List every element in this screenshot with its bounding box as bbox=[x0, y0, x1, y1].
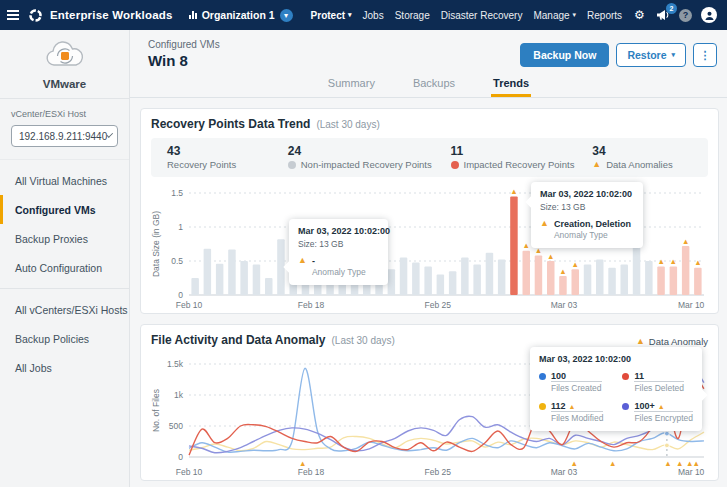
tooltip-files-modified: 112▲ Files Modified bbox=[539, 401, 608, 423]
nav-item-reports[interactable]: Reports bbox=[587, 10, 622, 21]
svg-text:▲: ▲ bbox=[694, 258, 701, 267]
card-title: File Activity and Data Anomaly bbox=[151, 333, 326, 347]
warning-triangle-icon: ▲ bbox=[592, 160, 601, 169]
svg-text:▲: ▲ bbox=[609, 459, 616, 468]
svg-text:▲: ▲ bbox=[670, 257, 677, 266]
breadcrumb[interactable]: Configured VMs bbox=[148, 39, 220, 50]
platform-card: VMware bbox=[0, 30, 129, 99]
svg-text:0: 0 bbox=[178, 452, 183, 462]
tab-backups[interactable]: Backups bbox=[411, 71, 457, 97]
svg-text:▲: ▲ bbox=[570, 459, 577, 468]
svg-text:0: 0 bbox=[178, 290, 183, 300]
chevron-down-icon[interactable]: ▾ bbox=[280, 9, 293, 22]
warning-triangle-icon: ▲ bbox=[540, 219, 549, 228]
svg-text:▲: ▲ bbox=[299, 459, 306, 468]
top-navbar: Enterprise Workloads Organization 1 ▾ Pr… bbox=[0, 0, 727, 30]
chevron-down-icon: ▾ bbox=[573, 11, 577, 19]
recovery-points-card: Recovery Points Data Trend (Last 30 days… bbox=[140, 108, 719, 314]
warning-triangle-icon: ▲ bbox=[298, 256, 307, 265]
nav-item-protect[interactable]: Protect▾ bbox=[311, 10, 352, 21]
nav-item-jobs[interactable]: Jobs bbox=[363, 10, 384, 21]
svg-text:Feb 18: Feb 18 bbox=[298, 300, 325, 310]
card-subtitle: (Last 30 days) bbox=[316, 119, 379, 130]
tab-summary[interactable]: Summary bbox=[326, 71, 377, 97]
main-content: Configured VMs Win 8 Backup Now Restore▾… bbox=[130, 30, 727, 487]
sidebar-item-all-vcenters-esxi-hosts[interactable]: All vCenters/ESXi Hosts bbox=[0, 295, 129, 324]
restore-button[interactable]: Restore▾ bbox=[616, 43, 686, 67]
stat-non-impacted: 24 Non-impacted Recovery Points bbox=[288, 144, 451, 170]
help-icon[interactable]: ? bbox=[679, 9, 692, 22]
sidebar-divider bbox=[0, 288, 129, 289]
warning-triangle-icon: ▲ bbox=[636, 337, 645, 346]
red-dot-icon bbox=[622, 373, 629, 380]
app-title: Enterprise Workloads bbox=[50, 9, 173, 21]
svg-text:▲: ▲ bbox=[676, 459, 683, 468]
nav-item-disaster-recovery[interactable]: Disaster Recovery bbox=[441, 10, 523, 21]
warning-triangle-icon: ▲ bbox=[658, 403, 665, 410]
sidebar-item-backup-policies[interactable]: Backup Policies bbox=[0, 324, 129, 353]
svg-text:▲: ▲ bbox=[693, 459, 700, 468]
nav-item-manage[interactable]: Manage▾ bbox=[533, 10, 576, 21]
sidebar-item-configured-vms[interactable]: Configured VMs bbox=[0, 195, 129, 224]
card-subtitle: (Last 30 days) bbox=[332, 335, 395, 346]
svg-text:▲: ▲ bbox=[657, 257, 664, 266]
chevron-down-icon: ▾ bbox=[671, 51, 675, 59]
sidebar-item-all-virtual-machines[interactable]: All Virtual Machines bbox=[0, 166, 129, 195]
blue-dot-icon bbox=[539, 373, 546, 380]
red-dot-icon bbox=[451, 161, 459, 169]
warning-triangle-icon: ▲ bbox=[569, 403, 576, 410]
svg-text:1k: 1k bbox=[174, 390, 184, 400]
svg-text:0.5: 0.5 bbox=[171, 256, 183, 266]
svg-text:▲: ▲ bbox=[547, 252, 554, 261]
svg-text:▲: ▲ bbox=[682, 237, 689, 246]
file-activity-card: File Activity and Data Anomaly (Last 30 … bbox=[140, 324, 719, 481]
organization-icon bbox=[189, 11, 197, 19]
svg-text:Feb 18: Feb 18 bbox=[298, 467, 325, 477]
host-select[interactable]: 192.168.9.211:9440 bbox=[11, 125, 118, 147]
card-title: Recovery Points Data Trend bbox=[151, 117, 310, 131]
organization-selector[interactable]: Organization 1 ▾ bbox=[189, 9, 293, 22]
svg-text:Mar 10: Mar 10 bbox=[678, 300, 705, 310]
recovery-tooltip-2: Mar 03, 2022 10:02:00 Size: 13 GB ▲ Crea… bbox=[531, 182, 643, 248]
main-menu: Protect▾ Jobs Storage Disaster Recovery … bbox=[311, 10, 623, 21]
sidebar-item-backup-proxies[interactable]: Backup Proxies bbox=[0, 224, 129, 253]
chevron-down-icon bbox=[107, 131, 113, 137]
stat-anomalies: 34 ▲Data Anomalies bbox=[592, 144, 692, 170]
recovery-stats-bar: 43 Recovery Points 24 Non-impacted Recov… bbox=[151, 138, 708, 177]
recovery-tooltip-1: Mar 03, 2022 10:02:00 Size: 13 GB ▲ - An… bbox=[289, 219, 388, 285]
purple-dot-icon bbox=[622, 403, 629, 410]
svg-text:Mar 03: Mar 03 bbox=[551, 300, 578, 310]
svg-text:Feb 25: Feb 25 bbox=[425, 467, 452, 477]
more-actions-kebab-button[interactable]: ⋮ bbox=[693, 43, 717, 67]
stat-impacted: 11 Impacted Recovery Points bbox=[451, 144, 593, 170]
sidebar-nav: All Virtual Machines Configured VMs Back… bbox=[0, 160, 129, 382]
sidebar-item-auto-configuration[interactable]: Auto Configuration bbox=[0, 253, 129, 282]
recovery-chart-area: 00.511.5Data Size (in GB)Feb 10Feb 18Feb… bbox=[151, 181, 708, 317]
backup-now-button[interactable]: Backup Now bbox=[520, 43, 609, 67]
settings-gear-icon[interactable]: ⚙ bbox=[634, 9, 645, 21]
svg-text:▲: ▲ bbox=[572, 260, 579, 269]
svg-text:Mar 10: Mar 10 bbox=[678, 467, 705, 477]
tab-trends[interactable]: Trends bbox=[491, 71, 531, 97]
platform-name: VMware bbox=[0, 78, 129, 90]
app-logo-icon bbox=[28, 8, 43, 23]
svg-text:▲: ▲ bbox=[522, 241, 529, 250]
data-anomaly-legend: ▲ Data Anomaly bbox=[636, 336, 708, 347]
svg-text:Mar 03: Mar 03 bbox=[551, 467, 578, 477]
svg-text:1.5k: 1.5k bbox=[167, 359, 184, 369]
svg-text:▲: ▲ bbox=[510, 187, 517, 196]
announcements-icon[interactable]: 2 bbox=[656, 9, 670, 21]
svg-text:▲: ▲ bbox=[664, 459, 671, 468]
hamburger-menu-icon[interactable] bbox=[0, 14, 26, 16]
svg-text:1: 1 bbox=[178, 222, 183, 232]
tooltip-files-deleted: 11 Files Deleted bbox=[622, 371, 693, 393]
svg-text:Feb 25: Feb 25 bbox=[425, 300, 452, 310]
svg-text:No. of Files: No. of Files bbox=[151, 389, 161, 432]
nav-item-storage[interactable]: Storage bbox=[395, 10, 430, 21]
stat-recovery-points: 43 Recovery Points bbox=[167, 144, 288, 170]
user-avatar[interactable] bbox=[701, 7, 717, 23]
tooltip-files-encrypted: 100+▲ Files Encrypted bbox=[622, 401, 693, 423]
sidebar-item-all-jobs[interactable]: All Jobs bbox=[0, 353, 129, 382]
tooltip-files-created: 100 Files Created bbox=[539, 371, 608, 393]
chevron-down-icon: ▾ bbox=[348, 11, 352, 19]
